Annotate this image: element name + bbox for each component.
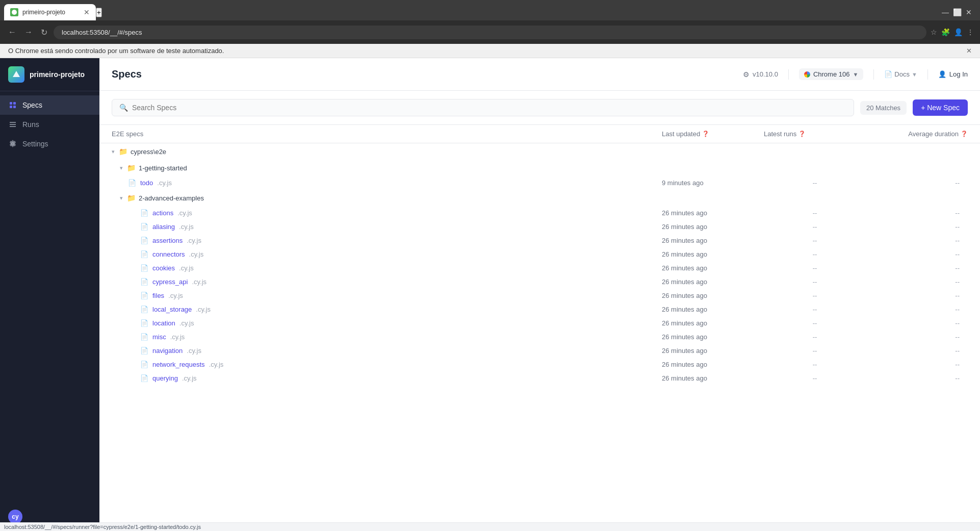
minimize-button[interactable]: — <box>942 8 949 16</box>
spec-file-icon: 📄 <box>140 209 148 217</box>
table-row[interactable]: 📄 querying.cy.js 26 minutes ago -- -- <box>99 371 980 385</box>
spec-name-cell: 📄 aliasing.cy.js <box>112 223 662 231</box>
menu-icon[interactable]: ⋮ <box>967 28 974 36</box>
login-label: Log In <box>949 70 968 78</box>
header-divider-3 <box>927 69 928 80</box>
sidebar-item-runs[interactable]: Runs <box>0 115 99 134</box>
spec-file-icon: 📄 <box>140 223 148 231</box>
avg-duration-cell: -- <box>866 361 968 368</box>
spec-file-icon: 📄 <box>140 264 148 272</box>
table-row[interactable]: 📄 connectors.cy.js 26 minutes ago -- -- <box>99 247 980 261</box>
login-button[interactable]: 👤 Log In <box>938 70 968 78</box>
spec-name-cell: 📄 actions.cy.js <box>112 209 662 217</box>
col-avg-duration: Average duration ❓ <box>866 130 968 138</box>
browser-selector[interactable]: Chrome 106 ▼ <box>799 68 863 80</box>
docs-button[interactable]: 📄 Docs ▼ <box>884 70 917 78</box>
docs-label: Docs <box>894 70 910 78</box>
spec-file-icon: 📄 <box>140 292 148 299</box>
address-input[interactable] <box>54 26 926 39</box>
last-updated-cell: 26 minutes ago <box>662 264 764 272</box>
avg-duration-cell: -- <box>866 237 968 244</box>
project-name: primeiro-projeto <box>30 70 85 79</box>
spec-extension: .cy.js <box>192 278 207 286</box>
folder-row[interactable]: ▾ 📁 2-advanced-examples <box>99 190 980 206</box>
specs-icon <box>8 100 17 110</box>
last-updated-help-icon[interactable]: ❓ <box>702 131 709 137</box>
last-updated-cell: 9 minutes ago <box>662 179 764 187</box>
svg-rect-3 <box>13 102 16 105</box>
sidebar: primeiro-projeto Specs Runs Settings <box>0 58 99 530</box>
avg-duration-cell: -- <box>866 306 968 313</box>
settings-label: Settings <box>22 140 48 148</box>
table-row[interactable]: 📄 navigation.cy.js 26 minutes ago -- -- <box>99 344 980 358</box>
latest-runs-cell: -- <box>764 278 866 286</box>
table-row[interactable]: 📄 assertions.cy.js 26 minutes ago -- -- <box>99 234 980 247</box>
col-name: E2E specs <box>112 130 662 138</box>
avg-duration-cell: -- <box>866 223 968 231</box>
specs-table: ▾ 📁 cypress\e2e ▾ 📁 1-getting-started 📄 … <box>99 143 980 530</box>
runs-icon <box>8 120 17 129</box>
search-input[interactable] <box>132 104 846 112</box>
col-last-updated: Last updated ❓ <box>662 130 764 138</box>
new-spec-button[interactable]: + New Spec <box>913 99 968 116</box>
version-badge[interactable]: ⚙ v10.10.0 <box>743 70 778 79</box>
sidebar-item-settings[interactable]: Settings <box>0 134 99 154</box>
close-window-button[interactable]: ✕ <box>966 8 972 16</box>
table-row[interactable]: 📄 location.cy.js 26 minutes ago -- -- <box>99 316 980 330</box>
new-tab-button[interactable]: + <box>96 8 102 17</box>
reload-button[interactable]: ↻ <box>39 26 49 39</box>
table-row[interactable]: 📄 todo.cy.js 9 minutes ago -- -- <box>99 176 980 190</box>
avg-duration-help-icon[interactable]: ❓ <box>961 131 968 137</box>
spec-extension: .cy.js <box>189 250 204 258</box>
folder-name: 2-advanced-examples <box>139 194 204 202</box>
notification-close-button[interactable]: ✕ <box>966 47 972 55</box>
chrome-icon <box>804 71 810 78</box>
latest-runs-help-icon[interactable]: ❓ <box>798 131 806 137</box>
avg-duration-cell: -- <box>866 319 968 327</box>
tab-bar: primeiro-projeto ✕ + — ⬜ ✕ <box>0 0 980 20</box>
sidebar-item-specs[interactable]: Specs <box>0 95 99 115</box>
settings-icon <box>8 139 17 148</box>
bookmark-icon[interactable]: ☆ <box>931 28 937 36</box>
status-bar: localhost:53508/__/#/specs/runner?file=c… <box>0 522 980 530</box>
table-header: E2E specs Last updated ❓ Latest runs ❓ A… <box>99 125 980 143</box>
table-row[interactable]: 📄 aliasing.cy.js 26 minutes ago -- -- <box>99 220 980 234</box>
header-divider-2 <box>873 69 874 80</box>
search-bar: 🔍 20 Matches + New Spec <box>99 91 980 125</box>
forward-button[interactable]: → <box>22 26 35 39</box>
extensions-icon[interactable]: 🧩 <box>941 28 950 36</box>
spec-extension: .cy.js <box>187 347 201 355</box>
svg-point-0 <box>12 10 17 15</box>
spec-name-cell: 📄 location.cy.js <box>112 319 662 327</box>
spec-name-cell: 📄 network_requests.cy.js <box>112 361 662 368</box>
browser-tab[interactable]: primeiro-projeto ✕ <box>4 4 96 20</box>
folder-row[interactable]: ▾ 📁 1-getting-started <box>99 160 980 176</box>
table-row[interactable]: 📄 cookies.cy.js 26 minutes ago -- -- <box>99 261 980 275</box>
close-tab-button[interactable]: ✕ <box>84 8 90 16</box>
profile-icon[interactable]: 👤 <box>954 28 963 36</box>
sidebar-logo: primeiro-projeto <box>0 58 99 91</box>
maximize-button[interactable]: ⬜ <box>953 8 962 16</box>
back-button[interactable]: ← <box>6 26 18 39</box>
spec-name: network_requests <box>152 361 205 368</box>
last-updated-cell: 26 minutes ago <box>662 292 764 299</box>
table-row[interactable]: 📄 cypress_api.cy.js 26 minutes ago -- -- <box>99 275 980 289</box>
folder-row[interactable]: ▾ 📁 cypress\e2e <box>99 143 980 160</box>
spec-name: cookies <box>152 264 175 272</box>
version-text: v10.10.0 <box>753 70 778 78</box>
last-updated-cell: 26 minutes ago <box>662 374 764 382</box>
spec-name-cell: 📄 cypress_api.cy.js <box>112 278 662 286</box>
login-icon: 👤 <box>938 70 946 78</box>
table-row[interactable]: 📄 actions.cy.js 26 minutes ago -- -- <box>99 206 980 220</box>
spec-name: aliasing <box>152 223 175 231</box>
table-row[interactable]: 📄 local_storage.cy.js 26 minutes ago -- … <box>99 302 980 316</box>
docs-icon: 📄 <box>884 70 892 78</box>
table-row[interactable]: 📄 network_requests.cy.js 26 minutes ago … <box>99 358 980 371</box>
header-divider <box>788 69 789 80</box>
spec-name: todo <box>140 179 153 187</box>
table-row[interactable]: 📄 misc.cy.js 26 minutes ago -- -- <box>99 330 980 344</box>
avg-duration-cell: -- <box>866 333 968 341</box>
table-row[interactable]: 📄 files.cy.js 26 minutes ago -- -- <box>99 289 980 302</box>
spec-name-cell: 📄 local_storage.cy.js <box>112 306 662 313</box>
spec-name-cell: 📄 navigation.cy.js <box>112 347 662 355</box>
